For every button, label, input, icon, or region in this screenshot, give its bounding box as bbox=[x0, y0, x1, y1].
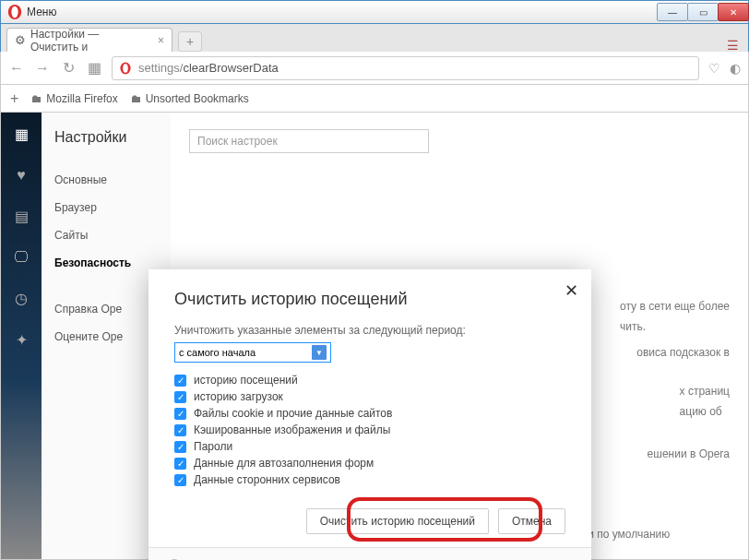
bg-text: оту в сети еще болеечить. bbox=[620, 297, 730, 337]
select-value: с самого начала bbox=[179, 347, 256, 358]
clear-options-list: ✓историю посещений ✓историю загрузок ✓Фа… bbox=[174, 374, 565, 486]
sidebar-item-sites[interactable]: Сайты bbox=[54, 221, 171, 249]
svg-point-1 bbox=[11, 6, 18, 18]
sidebar-item-basic[interactable]: Основные bbox=[54, 166, 171, 194]
rail-heart-icon[interactable]: ♥ bbox=[12, 167, 30, 184]
heart-icon[interactable]: ♡ bbox=[708, 61, 720, 76]
check-third-party[interactable]: ✓Данные сторонних сервисов bbox=[174, 473, 565, 486]
rail-clock-icon[interactable]: ◷ bbox=[12, 290, 30, 307]
close-window-button[interactable]: ✕ bbox=[718, 3, 749, 21]
folder-icon: 🖿 bbox=[131, 92, 142, 105]
tab-strip: ⚙ Настройки — Очистить и × + ☰ bbox=[0, 24, 749, 52]
sync-icon[interactable]: ◐ bbox=[730, 61, 741, 76]
address-bar[interactable]: settings/clearBrowserData bbox=[112, 56, 699, 80]
check-browsing-history[interactable]: ✓историю посещений bbox=[174, 374, 565, 387]
opera-o-icon bbox=[118, 61, 133, 76]
checkbox-icon: ✓ bbox=[174, 408, 186, 420]
bg-text: ешении в Opera bbox=[648, 445, 730, 465]
menu-button[interactable]: Меню bbox=[27, 6, 56, 18]
check-cached-images[interactable]: ✓Кэшированные изображения и файлы bbox=[174, 423, 565, 436]
svg-point-3 bbox=[123, 64, 128, 73]
checkbox-icon: ✓ bbox=[174, 441, 186, 453]
opera-logo-icon bbox=[6, 4, 23, 20]
new-tab-button[interactable]: + bbox=[178, 31, 202, 52]
window-titlebar: Меню — ▭ ✕ bbox=[0, 0, 749, 24]
check-passwords[interactable]: ✓Пароли bbox=[174, 440, 565, 453]
add-bookmark-button[interactable]: + bbox=[10, 90, 18, 107]
address-toolbar: ← → ↻ ▦ settings/clearBrowserData ♡ ◐ bbox=[0, 52, 749, 85]
time-range-select[interactable]: с самого начала ▼ bbox=[174, 342, 331, 363]
bookmark-folder[interactable]: 🖿Unsorted Bookmarks bbox=[131, 92, 249, 105]
sidebar-item-browser[interactable]: Браузер bbox=[54, 194, 171, 221]
address-text: settings/clearBrowserData bbox=[138, 61, 279, 75]
cancel-button[interactable]: Отмена bbox=[498, 508, 565, 534]
reload-icon[interactable]: ↻ bbox=[60, 59, 77, 77]
dialog-footer: i Некоторые настройки, которые могут ука… bbox=[149, 547, 591, 560]
close-dialog-button[interactable]: ✕ bbox=[565, 280, 578, 301]
dialog-title: Очистить историю посещений bbox=[174, 290, 565, 309]
content-area: ▦ ♥ ▤ 🖵 ◷ ✦ Настройки Основные Браузер С… bbox=[0, 113, 749, 560]
bg-text: х страницацию об bbox=[680, 382, 730, 422]
tab-title: Настройки — Очистить и bbox=[30, 28, 149, 54]
checkbox-icon: ✓ bbox=[174, 391, 186, 403]
page-title: Настройки bbox=[54, 129, 171, 146]
bookmark-folder[interactable]: 🖿Mozilla Firefox bbox=[31, 92, 117, 105]
tab-settings[interactable]: ⚙ Настройки — Очистить и × bbox=[6, 28, 172, 52]
check-download-history[interactable]: ✓историю загрузок bbox=[174, 390, 565, 403]
checkbox-icon: ✓ bbox=[174, 424, 186, 436]
bookmarks-bar: + 🖿Mozilla Firefox 🖿Unsorted Bookmarks bbox=[0, 85, 749, 113]
clear-data-dialog: ✕ Очистить историю посещений Уничтожить … bbox=[149, 269, 591, 560]
folder-icon: 🖿 bbox=[31, 92, 42, 105]
dialog-actions: Очистить историю посещений Отмена bbox=[174, 508, 565, 534]
check-autofill[interactable]: ✓Данные для автозаполнения форм bbox=[174, 457, 565, 470]
rail-news-icon[interactable]: ▤ bbox=[12, 208, 30, 225]
clear-button[interactable]: Очистить историю посещений bbox=[306, 508, 489, 534]
rail-grid-icon[interactable]: ▦ bbox=[12, 125, 30, 143]
checkbox-icon: ✓ bbox=[174, 458, 186, 470]
forward-icon[interactable]: → bbox=[34, 60, 51, 77]
close-tab-icon[interactable]: × bbox=[158, 34, 164, 47]
settings-search-input[interactable]: Поиск настроек bbox=[189, 129, 429, 153]
time-prompt: Уничтожить указанные элементы за следующ… bbox=[174, 324, 565, 337]
check-cookies[interactable]: ✓Файлы cookie и прочие данные сайтов bbox=[174, 407, 565, 420]
checkbox-icon: ✓ bbox=[174, 375, 186, 387]
icon-rail: ▦ ♥ ▤ 🖵 ◷ ✦ bbox=[1, 113, 42, 559]
speed-dial-icon[interactable]: ▦ bbox=[86, 59, 102, 77]
rail-puzzle-icon[interactable]: ✦ bbox=[12, 331, 30, 349]
minimize-button[interactable]: — bbox=[657, 3, 688, 21]
rail-display-icon[interactable]: 🖵 bbox=[12, 249, 30, 266]
menu-icon[interactable]: ☰ bbox=[727, 39, 739, 52]
bg-text: овиса подсказок в bbox=[636, 343, 730, 363]
back-icon[interactable]: ← bbox=[8, 60, 25, 77]
checkbox-icon: ✓ bbox=[174, 474, 186, 486]
maximize-button[interactable]: ▭ bbox=[687, 3, 719, 21]
chevron-down-icon: ▼ bbox=[312, 345, 327, 360]
gear-icon: ⚙ bbox=[15, 33, 26, 47]
